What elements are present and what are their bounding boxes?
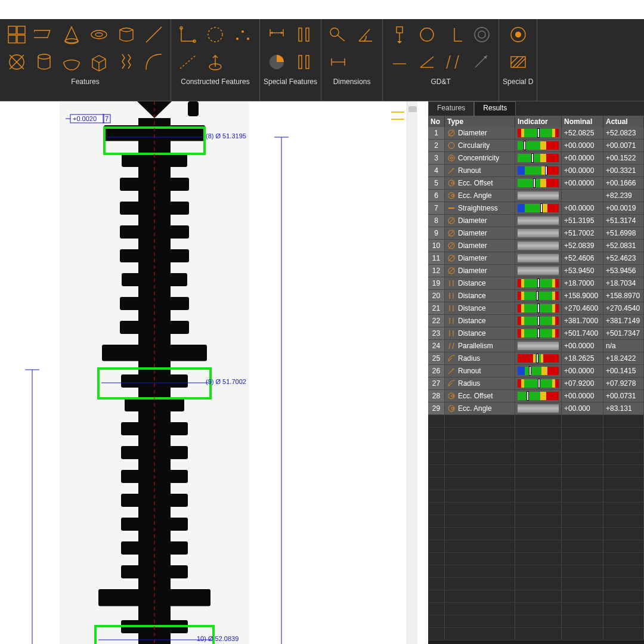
row-type[interactable]: Distance xyxy=(445,290,515,302)
tool-dline-icon[interactable] xyxy=(175,49,201,75)
empty-cell xyxy=(445,615,515,628)
row-no[interactable]: 10 xyxy=(428,240,445,252)
tool-runout-icon[interactable] xyxy=(469,49,495,75)
row-no[interactable]: 25 xyxy=(428,352,445,365)
tool-pie-icon[interactable] xyxy=(264,49,290,75)
tool-perp-icon[interactable] xyxy=(441,21,467,48)
row-type[interactable]: Diameter xyxy=(445,240,515,252)
tool-hdim-icon[interactable] xyxy=(325,49,351,75)
row-no[interactable]: 28 xyxy=(428,390,445,402)
column-header-nominal[interactable]: Nominal xyxy=(562,116,603,127)
cad-viewport[interactable]: (8) Ø 51.3195 (9) Ø 51.7002 10) Ø 52.083… xyxy=(0,101,429,644)
tool-angle-icon[interactable] xyxy=(352,21,379,48)
row-type[interactable]: Runout xyxy=(445,165,515,177)
tool-dimc-icon[interactable] xyxy=(325,21,351,48)
row-type[interactable]: Radius xyxy=(445,352,515,365)
empty-cell xyxy=(515,415,562,428)
tool-extrude-icon[interactable] xyxy=(202,49,228,75)
tool-para-icon[interactable] xyxy=(441,49,467,75)
row-nominal: +00.0000 xyxy=(562,340,603,352)
tool-concfill-icon[interactable] xyxy=(505,21,531,48)
row-no[interactable]: 26 xyxy=(428,365,445,377)
row-nominal: +51.7002 xyxy=(562,227,603,240)
row-type[interactable]: Runout xyxy=(445,365,515,377)
row-type[interactable]: Straightness xyxy=(445,202,515,215)
row-type[interactable]: Diameter xyxy=(445,227,515,240)
tool-grid-icon[interactable] xyxy=(4,21,30,48)
tool-gcircle-icon[interactable] xyxy=(414,21,440,48)
svg-point-49 xyxy=(515,32,521,38)
tool-corner-icon[interactable] xyxy=(175,21,201,48)
tool-zig-icon[interactable] xyxy=(113,49,140,75)
row-no[interactable]: 4 xyxy=(428,165,445,177)
row-actual: +00.1415 xyxy=(603,365,644,377)
tool-hatch-icon[interactable] xyxy=(505,49,531,75)
row-no[interactable]: 21 xyxy=(428,302,445,315)
column-header-actual[interactable]: Actual xyxy=(603,116,644,127)
row-no[interactable]: 7 xyxy=(428,202,445,215)
tool-arc-icon[interactable] xyxy=(141,49,167,75)
row-type[interactable]: Distance xyxy=(445,315,515,327)
row-no[interactable]: 9 xyxy=(428,227,445,240)
row-type[interactable]: Distance xyxy=(445,277,515,290)
tool-cyl2-icon[interactable] xyxy=(31,49,57,75)
tool-bars-icon[interactable] xyxy=(291,21,317,48)
tab-features[interactable]: Features xyxy=(428,101,474,116)
row-no[interactable]: 2 xyxy=(428,140,445,152)
row-no[interactable]: 23 xyxy=(428,327,445,340)
row-no[interactable]: 22 xyxy=(428,315,445,327)
tool-torus-icon[interactable] xyxy=(86,21,112,48)
tool-sphere-icon[interactable] xyxy=(58,49,85,75)
tab-results[interactable]: Results xyxy=(474,101,516,116)
tool-dim-icon[interactable] xyxy=(264,21,290,48)
row-indicator xyxy=(515,277,562,290)
row-no[interactable]: 11 xyxy=(428,252,445,265)
column-header-type[interactable]: Type xyxy=(445,116,515,127)
row-type[interactable]: Diameter xyxy=(445,252,515,265)
row-type[interactable]: Ecc. Angle xyxy=(445,190,515,202)
tool-plane-icon[interactable] xyxy=(31,21,57,48)
tool-datum-icon[interactable] xyxy=(386,21,413,48)
viewport-scrollbar[interactable] xyxy=(407,101,417,644)
row-type[interactable]: Diameter xyxy=(445,215,515,227)
row-no[interactable]: 6 xyxy=(428,190,445,202)
row-type[interactable]: Diameter xyxy=(445,127,515,140)
row-no[interactable]: 1 xyxy=(428,127,445,140)
tool-bars-icon[interactable] xyxy=(291,49,317,75)
empty-cell xyxy=(603,428,644,440)
row-no[interactable]: 24 xyxy=(428,340,445,352)
tool-pts-icon[interactable] xyxy=(230,21,256,48)
tool-conc-icon[interactable] xyxy=(469,21,495,48)
row-no[interactable]: 8 xyxy=(428,215,445,227)
tool-box-icon[interactable] xyxy=(86,49,112,75)
tool-cone-icon[interactable] xyxy=(58,21,85,48)
row-no[interactable]: 19 xyxy=(428,277,445,290)
tool-dcircle-icon[interactable] xyxy=(202,21,228,48)
row-no[interactable]: 20 xyxy=(428,290,445,302)
row-no[interactable]: 29 xyxy=(428,402,445,415)
row-type[interactable]: Diameter xyxy=(445,265,515,277)
row-no[interactable]: 5 xyxy=(428,177,445,190)
tool-ang2-icon[interactable] xyxy=(414,49,440,75)
row-type[interactable]: Parallelism xyxy=(445,340,515,352)
row-no[interactable]: 27 xyxy=(428,377,445,390)
tool-flat-icon[interactable] xyxy=(386,49,413,75)
tool-line-icon[interactable] xyxy=(141,21,167,48)
empty-cell xyxy=(603,415,644,428)
row-type[interactable]: Distance xyxy=(445,302,515,315)
column-header-indicator[interactable]: Indicator xyxy=(515,116,562,127)
row-type[interactable]: Concentricity xyxy=(445,152,515,165)
row-type[interactable]: Ecc. Offset xyxy=(445,390,515,402)
column-header-no[interactable]: No xyxy=(428,116,445,127)
empty-cell xyxy=(515,578,562,590)
row-no[interactable]: 12 xyxy=(428,265,445,277)
tool-cylinder-icon[interactable] xyxy=(113,21,140,48)
row-type[interactable]: Circularity xyxy=(445,140,515,152)
tool-cross-icon[interactable] xyxy=(4,49,30,75)
row-type[interactable]: Ecc. Angle xyxy=(445,402,515,415)
row-no[interactable]: 3 xyxy=(428,152,445,165)
row-type[interactable]: Distance xyxy=(445,327,515,340)
row-type[interactable]: Ecc. Offset xyxy=(445,177,515,190)
scrollbar-thumb[interactable] xyxy=(408,106,417,112)
row-type[interactable]: Radius xyxy=(445,377,515,390)
